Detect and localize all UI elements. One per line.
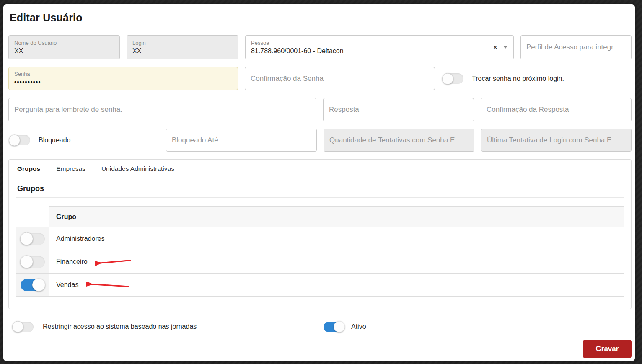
tab-grupos[interactable]: Grupos: [17, 165, 40, 173]
grupo-column-header: Grupo: [49, 207, 624, 227]
row-identity: Nome do Usuário XX Login XX Pessoa 81.78…: [8, 35, 632, 59]
row-password: Senha •••••••••• Confirmação da Senha Tr…: [8, 67, 632, 90]
nome-usuario-label: Nome do Usuário: [14, 39, 114, 46]
group-name-cell: Administradores: [49, 227, 624, 250]
grupos-section-heading: Grupos: [17, 184, 624, 193]
title-divider: [8, 28, 632, 28]
bloqueado-label: Bloqueado: [39, 137, 71, 144]
restringir-acesso-label: Restringir acesso ao sistema baseado nas…: [43, 323, 197, 330]
bloqueado-ate-field[interactable]: Bloqueado Até: [166, 129, 317, 152]
clear-icon[interactable]: ×: [494, 44, 497, 50]
toggle-knob: [12, 321, 23, 333]
page-title: Editar Usuário: [10, 12, 632, 24]
annotation-arrow-icon: [95, 259, 132, 266]
pergunta-placeholder: Pergunta para lembrete de senha.: [14, 106, 311, 114]
table-corner-cell: [16, 207, 49, 227]
senha-field[interactable]: Senha ••••••••••: [8, 67, 238, 90]
tabs-container: Grupos Empresas Unidades Administrativas…: [8, 159, 632, 309]
tab-empresas[interactable]: Empresas: [56, 165, 85, 173]
toggle-knob: [334, 321, 345, 333]
toggle-knob: [20, 256, 33, 268]
qtd-tentativas-placeholder: Quantidade de Tentativas com Senha E: [329, 136, 469, 145]
group-toggle-cell: [16, 227, 49, 250]
grupos-table: Grupo Administradores Financeiro: [16, 206, 624, 297]
trocar-senha-label: Trocar senha no próximo login.: [472, 75, 564, 83]
resposta-placeholder: Resposta: [329, 106, 468, 114]
tab-unidades-administrativas[interactable]: Unidades Administrativas: [101, 165, 174, 173]
group-name-cell: Vendas: [49, 274, 624, 297]
table-header-row: Grupo: [16, 207, 624, 227]
ativo-label: Ativo: [351, 323, 366, 330]
senha-value: ••••••••••: [14, 77, 232, 87]
confirmacao-senha-placeholder: Confirmação da Senha: [251, 75, 429, 83]
perfil-acesso-select[interactable]: Perfil de Acesso para integr: [520, 35, 632, 59]
restringir-acesso-toggle[interactable]: [13, 322, 34, 332]
nome-usuario-field: Nome do Usuário XX: [8, 35, 120, 59]
grupos-section-divider: [16, 197, 624, 198]
footer-toggles-row: Restringir acesso ao sistema baseado nas…: [8, 320, 632, 333]
confirmacao-resposta-field[interactable]: Confirmação da Resposta: [481, 98, 632, 121]
confirmacao-resposta-placeholder: Confirmação da Resposta: [487, 106, 626, 114]
confirmacao-senha-field[interactable]: Confirmação da Senha: [245, 67, 435, 90]
login-value: XX: [132, 46, 233, 56]
row-blocking: Bloqueado Bloqueado Até Quantidade de Te…: [8, 129, 632, 152]
pessoa-value: 81.788.960/0001-60 - Deltacon: [251, 46, 508, 56]
group-name: Administradores: [56, 235, 105, 242]
vendas-toggle[interactable]: [21, 279, 45, 291]
group-name-cell: Financeiro: [49, 250, 624, 274]
caret-down-icon[interactable]: [503, 46, 507, 49]
trocar-senha-toggle[interactable]: [443, 73, 463, 84]
bloqueado-cluster: Bloqueado: [8, 129, 159, 152]
group-toggle-cell: [16, 274, 49, 297]
qtd-tentativas-field: Quantidade de Tentativas com Senha E: [324, 129, 474, 152]
bloqueado-toggle[interactable]: [9, 135, 30, 145]
perfil-acesso-placeholder: Perfil de Acesso para integr: [526, 43, 626, 52]
row-reminder: Pergunta para lembrete de senha. Respost…: [8, 98, 632, 121]
toggle-knob: [32, 279, 45, 292]
table-row: Financeiro: [16, 250, 624, 274]
toggle-knob: [9, 134, 20, 146]
administradores-toggle[interactable]: [21, 233, 45, 245]
footer-actions-row: Gravar: [8, 333, 632, 359]
senha-label: Senha: [14, 70, 232, 77]
annotation-arrow-icon: [86, 282, 130, 289]
pessoa-select[interactable]: Pessoa 81.788.960/0001-60 - Deltacon ×: [245, 35, 514, 59]
group-toggle-cell: [16, 250, 49, 274]
toggle-knob: [442, 73, 453, 84]
trocar-senha-cluster: Trocar senha no próximo login.: [443, 73, 564, 84]
edit-user-card: Editar Usuário Nome do Usuário XX Login …: [3, 4, 635, 361]
pessoa-label: Pessoa: [251, 39, 508, 46]
nome-usuario-value: XX: [14, 46, 114, 56]
tab-bar: Grupos Empresas Unidades Administrativas: [9, 160, 631, 178]
resposta-field[interactable]: Resposta: [323, 98, 474, 121]
save-button[interactable]: Gravar: [583, 340, 632, 358]
table-row: Administradores: [16, 227, 624, 250]
ativo-toggle[interactable]: [324, 322, 344, 332]
group-name: Financeiro: [56, 258, 88, 265]
group-name: Vendas: [56, 281, 78, 288]
table-row: Vendas: [16, 274, 624, 297]
ultima-tentativa-field: Última Tentativa de Login com Senha E: [481, 129, 632, 152]
ultima-tentativa-placeholder: Última Tentativa de Login com Senha E: [487, 136, 626, 145]
toggle-knob: [20, 232, 33, 245]
restringir-cluster: Restringir acesso ao sistema baseado nas…: [13, 320, 197, 333]
financeiro-toggle[interactable]: [21, 256, 45, 268]
login-field: Login XX: [127, 35, 238, 59]
grupos-panel: Grupos Grupo Administradores: [9, 184, 631, 297]
pergunta-field[interactable]: Pergunta para lembrete de senha.: [8, 98, 316, 121]
login-label: Login: [132, 39, 233, 46]
bloqueado-ate-placeholder: Bloqueado Até: [172, 136, 311, 145]
ativo-cluster: Ativo: [324, 320, 366, 333]
